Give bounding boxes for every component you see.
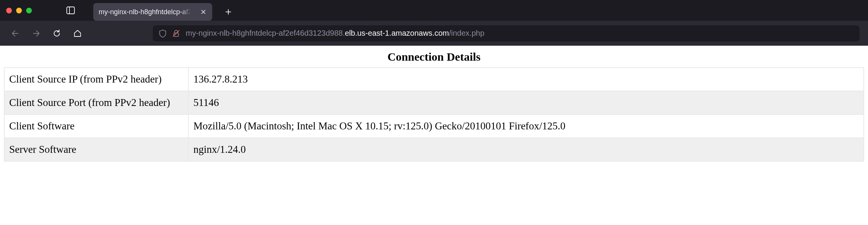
detail-value: Mozilla/5.0 (Macintosh; Intel Mac OS X 1… — [188, 114, 864, 138]
browser-tab[interactable]: my-nginx-nlb-h8ghfntdelcp-af2ef46 — [93, 3, 212, 21]
url-host: elb.us-east-1.amazonaws.com — [345, 29, 449, 37]
arrow-right-icon — [32, 29, 40, 38]
home-button[interactable] — [71, 26, 84, 40]
tab-strip: my-nginx-nlb-h8ghfntdelcp-af2ef46 — [0, 0, 868, 21]
url-subdomain: my-nginx-nlb-h8ghfntdelcp-af2ef46d3123d9… — [186, 29, 345, 37]
reload-icon — [53, 29, 61, 38]
sidebar-toggle-button[interactable] — [64, 4, 77, 17]
new-tab-button[interactable] — [221, 5, 235, 19]
insecure-lock-icon — [172, 29, 180, 38]
url-bar[interactable]: my-nginx-nlb-h8ghfntdelcp-af2ef46d3123d9… — [153, 25, 860, 41]
plus-icon — [225, 8, 232, 15]
window-maximize-button[interactable] — [26, 8, 32, 13]
table-row: Client Source IP (from PPv2 header)136.2… — [4, 68, 864, 91]
table-row: Client Source Port (from PPv2 header)511… — [4, 91, 864, 114]
page-title: Connection Details — [0, 50, 868, 63]
sidebar-icon — [66, 7, 75, 14]
url-text: my-nginx-nlb-h8ghfntdelcp-af2ef46d3123d9… — [186, 29, 484, 38]
table-row: Client SoftwareMozilla/5.0 (Macintosh; I… — [4, 114, 864, 138]
close-icon — [201, 9, 206, 15]
tab-close-button[interactable] — [200, 8, 207, 15]
detail-label: Server Software — [4, 138, 188, 161]
detail-value: 136.27.8.213 — [188, 68, 864, 91]
tab-title: my-nginx-nlb-h8ghfntdelcp-af2ef46 — [99, 8, 191, 16]
reload-button[interactable] — [50, 26, 64, 40]
url-path: /index.php — [449, 29, 484, 37]
detail-label: Client Source Port (from PPv2 header) — [4, 91, 188, 114]
arrow-left-icon — [11, 29, 20, 38]
detail-label: Client Software — [4, 114, 188, 138]
forward-button[interactable] — [29, 26, 43, 40]
connection-details-table: Client Source IP (from PPv2 header)136.2… — [4, 67, 864, 162]
window-minimize-button[interactable] — [16, 8, 22, 13]
detail-value: nginx/1.24.0 — [188, 138, 864, 161]
table-row: Server Softwarenginx/1.24.0 — [4, 138, 864, 161]
window-controls — [6, 8, 32, 13]
back-button[interactable] — [8, 26, 22, 40]
browser-chrome: my-nginx-nlb-h8ghfntdelcp-af2ef46 — [0, 0, 868, 46]
window-close-button[interactable] — [6, 8, 12, 13]
detail-value: 51146 — [188, 91, 864, 114]
detail-label: Client Source IP (from PPv2 header) — [4, 68, 188, 91]
page-content: Connection Details Client Source IP (fro… — [0, 46, 868, 162]
shield-icon — [159, 29, 167, 38]
home-icon — [73, 29, 82, 38]
svg-rect-0 — [67, 7, 74, 14]
browser-toolbar: my-nginx-nlb-h8ghfntdelcp-af2ef46d3123d9… — [0, 21, 868, 46]
